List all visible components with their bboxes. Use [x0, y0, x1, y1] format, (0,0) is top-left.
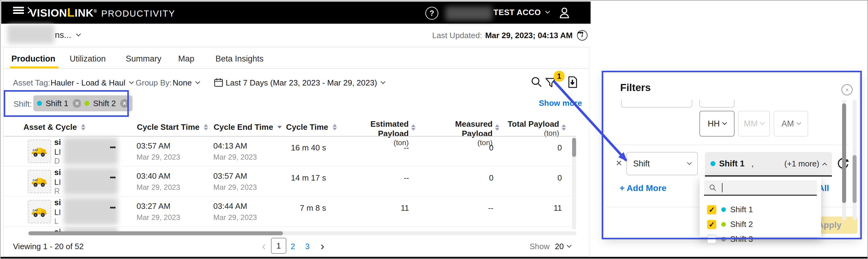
tab-utilization[interactable]: Utilization [70, 54, 106, 64]
minute-select[interactable]: MM [738, 111, 770, 137]
row-kebab-menu-icon[interactable] [110, 145, 116, 150]
cycle-end-date: Mar 29, 2023 [213, 153, 257, 161]
table-row[interactable]: CAT si LI D 03:57 AM Mar 29, 2023 04:13 … [3, 136, 576, 166]
cycle-start-date: Mar 29, 2023 [136, 183, 180, 192]
asset-sub-partial: R [54, 187, 60, 196]
page-3-link[interactable]: 3 [305, 242, 309, 251]
shift-multiselect[interactable]: Shift 1 , (+1 more) [705, 152, 832, 177]
svg-text:CAT: CAT [33, 149, 38, 152]
shift-option-3[interactable]: Shift 3 [707, 234, 753, 244]
asset-id-partial: LI [54, 147, 61, 157]
redacted-account-prefix [445, 6, 492, 21]
horizontal-scrollbar-track[interactable] [28, 231, 577, 235]
export-download-icon[interactable] [565, 75, 580, 89]
checkbox-checked[interactable]: ✓ [707, 220, 716, 229]
asset-id-partial: LI [54, 208, 61, 217]
column-cycle-start[interactable]: Cycle Start Time [137, 122, 208, 132]
clipped-input[interactable] [700, 100, 735, 108]
outer-scrollbar-thumb[interactable] [852, 155, 857, 203]
vertical-scrollbar-track[interactable] [572, 137, 576, 229]
date-range-select[interactable]: Last 7 Days (Mar 23, 2023 - Mar 29, 2023… [226, 78, 385, 88]
total-payload: 0 [516, 173, 562, 183]
user-icon[interactable] [558, 6, 571, 20]
shift2-dot [721, 222, 726, 227]
account-breadcrumb-selector[interactable]: ns... [55, 30, 80, 40]
shift-chip-2[interactable]: Shift 2 × [81, 95, 132, 111]
tab-production[interactable]: Production [11, 54, 56, 64]
column-total-payload[interactable]: Total Payload (ton) [503, 119, 559, 138]
checkbox-checked[interactable]: ✓ [707, 205, 716, 214]
dropdown-search-input[interactable] [704, 180, 817, 196]
last-updated-value: Mar 29, 2023; 04:13 AM [485, 31, 573, 40]
account-name: TEST ACCO [494, 8, 541, 17]
asset-tag-select[interactable]: Hauler - Load & Haul [51, 78, 133, 88]
shift1-dot [721, 207, 726, 212]
asset-truck-icon: CAT [28, 170, 51, 193]
redacted-asset-name [64, 227, 118, 231]
asset-id-partial: LI [54, 178, 61, 187]
table-row[interactable]: CAT si LI R 03:40 AM Mar 29, 2023 03:57 … [3, 166, 576, 196]
checkbox-unchecked[interactable] [707, 235, 716, 244]
clipped-filter-inputs [607, 100, 844, 108]
account-selector[interactable]: TEST ACCO [494, 8, 549, 17]
filters-close-icon[interactable]: × [841, 84, 852, 95]
redacted-breadcrumb [7, 25, 54, 44]
asset-sub-partial: D [54, 156, 60, 165]
tab-summary[interactable]: Summary [126, 54, 161, 64]
tab-beta-insights[interactable]: Beta Insights [215, 54, 264, 64]
panel-scrollbar-track[interactable] [842, 100, 846, 220]
redacted-asset-name [64, 168, 118, 195]
page-kebab-menu-icon[interactable] [578, 30, 583, 36]
column-cycle-end[interactable]: Cycle End Time [214, 122, 282, 132]
total-payload: 0 [516, 143, 562, 153]
ampm-select[interactable]: AM [774, 111, 808, 137]
page-size-select[interactable]: 20 [555, 242, 571, 251]
page-1-current[interactable]: 1 [271, 238, 286, 254]
add-more-filter-link[interactable]: + Add More [620, 183, 666, 193]
prev-page-icon[interactable]: ‹ [262, 240, 266, 253]
measured-payload: 0 [447, 143, 494, 153]
menu-icon[interactable] [13, 5, 31, 15]
table-row[interactable]: si [3, 227, 576, 231]
remove-filter-icon[interactable]: × [616, 157, 622, 169]
sort-icon [411, 124, 415, 131]
shift-option-1[interactable]: ✓ Shift 1 [707, 205, 753, 214]
hour-select[interactable]: HH [700, 111, 735, 137]
search-icon[interactable] [530, 75, 543, 88]
estimated-payload: -- [363, 173, 409, 183]
asset-sub-partial: L [54, 217, 59, 226]
cycle-end-date: Mar 29, 2023 [213, 183, 257, 192]
next-page-icon[interactable]: › [320, 240, 324, 253]
page-2-link[interactable]: 2 [291, 242, 295, 251]
outer-scrollbar-track[interactable] [852, 100, 857, 220]
estimated-payload: -- [363, 143, 409, 153]
clipped-input[interactable] [621, 100, 692, 108]
show-more-link[interactable]: Show more [539, 99, 582, 108]
show-label: Show [530, 242, 550, 251]
group-by-select[interactable]: None [173, 78, 199, 88]
svg-text:CAT: CAT [33, 209, 38, 212]
cycle-end-time: 04:13 AM [213, 141, 247, 151]
panel-scrollbar-thumb[interactable] [842, 103, 846, 203]
filter-field-select[interactable]: Shift [626, 152, 698, 175]
help-icon[interactable]: ? [425, 7, 438, 20]
table-row[interactable]: CAT si LI L 03:27 AM Mar 29, 2023 03:44 … [3, 196, 576, 227]
remove-chip-icon[interactable]: × [120, 99, 129, 108]
cycle-time: 16 m 40 s [280, 143, 326, 153]
shift-option-2[interactable]: ✓ Shift 2 [707, 220, 753, 229]
column-cycle-time[interactable]: Cycle Time [286, 122, 337, 132]
tab-map[interactable]: Map [178, 54, 194, 64]
active-tab-indicator [10, 67, 59, 69]
last-updated-label: Last Updated: [432, 31, 482, 40]
cycle-start-date: Mar 29, 2023 [136, 153, 180, 161]
cycle-start-date: Mar 29, 2023 [136, 213, 180, 222]
column-asset-cycle[interactable]: Asset & Cycle [24, 122, 85, 132]
row-kebab-menu-icon[interactable] [110, 205, 116, 211]
vertical-scrollbar-thumb[interactable] [572, 138, 576, 157]
tabs-divider [3, 68, 588, 69]
app-header: VISIONLINK®PRODUCTIVITY ? TEST ACCO [1, 2, 591, 24]
shift-chip-1[interactable]: Shift 1 × [33, 95, 85, 111]
horizontal-scrollbar-thumb[interactable] [28, 231, 283, 235]
row-kebab-menu-icon[interactable] [110, 175, 116, 181]
remove-chip-icon[interactable]: × [73, 99, 82, 108]
